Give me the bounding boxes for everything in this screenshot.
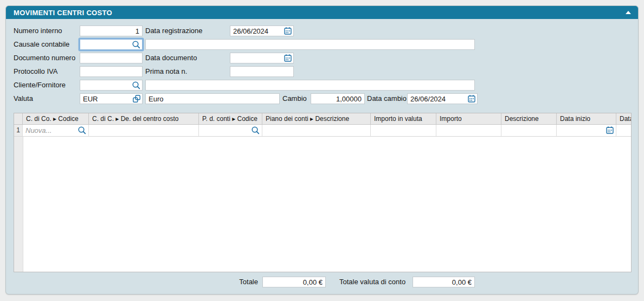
valuta-label: Valuta — [14, 93, 33, 104]
grid-header-gutter — [14, 113, 23, 125]
link-icon[interactable] — [132, 94, 141, 103]
totale-valuta-di-conto-input — [413, 277, 475, 287]
pdc-descrizione-input[interactable] — [262, 125, 370, 136]
causale-contabile-descrizione-input[interactable] — [145, 39, 475, 50]
calendar-icon[interactable] — [467, 94, 476, 103]
movimenti-grid: C. di Co. ▸ Codice C. di C. ▸ De. del ce… — [14, 113, 632, 272]
documento-numero-label: Documento numero — [14, 53, 75, 63]
cell-importo — [436, 125, 501, 137]
column-header-pdc-codice[interactable]: P. d. conti ▸ Codice — [199, 113, 262, 125]
data-registrazione-field — [230, 25, 294, 36]
collapse-button[interactable] — [625, 10, 632, 15]
calendar-icon[interactable] — [606, 126, 614, 135]
data-documento-field — [230, 53, 294, 63]
data-input[interactable] — [616, 125, 631, 136]
cell-pdc-descrizione — [262, 125, 371, 137]
chevron-up-icon — [626, 11, 631, 14]
protocollo-iva-label: Protocollo IVA — [14, 66, 57, 77]
valuta-descrizione-input[interactable] — [145, 93, 280, 104]
numero-interno-label: Numero interno — [14, 25, 62, 36]
protocollo-iva-input[interactable] — [80, 66, 143, 77]
prima-nota-input[interactable] — [230, 66, 294, 77]
cell-data — [616, 125, 631, 137]
prima-nota-label: Prima nota n. — [145, 66, 187, 77]
movimenti-centri-costo-panel: MOVIMENTI CENTRI COSTO Numero interno Da… — [5, 5, 639, 294]
search-icon[interactable] — [132, 81, 141, 90]
cliente-fornitore-label: Cliente/Fornitore — [14, 80, 66, 91]
grid-empty-area — [14, 137, 631, 272]
grid-header-row: C. di Co. ▸ Codice C. di C. ▸ De. del ce… — [14, 113, 631, 125]
calendar-icon[interactable] — [284, 54, 292, 62]
column-header-importo-in-valuta[interactable]: Importo in valuta — [371, 113, 436, 125]
totale-valuta-di-conto-label: Totale valuta di conto — [339, 277, 405, 287]
data-cambio-label: Data cambio — [367, 93, 407, 104]
data-registrazione-label: Data registrazione — [145, 25, 203, 36]
cell-importo-in-valuta — [371, 125, 436, 137]
search-icon[interactable] — [78, 126, 87, 135]
totale-label: Totale — [212, 277, 258, 287]
causale-contabile-label: Causale contabile — [14, 39, 69, 50]
column-header-cdc-codice[interactable]: C. di Co. ▸ Codice — [23, 113, 89, 125]
cambio-input[interactable] — [311, 93, 365, 104]
cdc-descrizione-input[interactable] — [89, 125, 198, 136]
row-number: 1 — [14, 125, 23, 137]
panel-titlebar: MOVIMENTI CENTRI COSTO — [6, 6, 638, 19]
importo-input[interactable] — [436, 125, 501, 136]
cell-descrizione — [501, 125, 557, 137]
importo-in-valuta-input[interactable] — [371, 125, 436, 136]
cell-cdc-descrizione — [89, 125, 199, 137]
cliente-fornitore-field — [80, 80, 143, 91]
cliente-fornitore-descrizione-input[interactable] — [145, 80, 475, 91]
totale-input — [262, 277, 326, 287]
column-header-cdc-descrizione[interactable]: C. di C. ▸ De. del centro costo — [89, 113, 199, 125]
cell-pdc-codice — [199, 125, 262, 137]
cambio-label: Cambio — [282, 93, 307, 104]
cell-data-inizio — [557, 125, 616, 137]
panel-title: MOVIMENTI CENTRI COSTO — [6, 9, 112, 17]
cell-cdc-codice — [23, 125, 89, 137]
grid-gutter-strip — [14, 137, 23, 272]
grid-new-row: 1 — [14, 125, 631, 137]
data-cambio-field — [407, 93, 478, 104]
column-header-importo[interactable]: Importo — [436, 113, 501, 125]
causale-contabile-field — [80, 39, 143, 50]
data-documento-label: Data documento — [145, 53, 197, 63]
column-header-data[interactable]: Data — [616, 113, 631, 125]
column-header-data-inizio[interactable]: Data inizio — [557, 113, 616, 125]
search-icon[interactable] — [251, 126, 260, 135]
descrizione-input[interactable] — [501, 125, 556, 136]
calendar-icon[interactable] — [284, 27, 292, 35]
grid-body-empty — [23, 137, 631, 272]
numero-interno-input[interactable] — [80, 25, 143, 36]
column-header-descrizione[interactable]: Descrizione — [501, 113, 557, 125]
documento-numero-input[interactable] — [80, 53, 143, 63]
column-header-pdc-descrizione[interactable]: Piano dei conti ▸ Descrizione — [262, 113, 371, 125]
valuta-field — [80, 93, 143, 104]
search-icon[interactable] — [132, 40, 141, 49]
